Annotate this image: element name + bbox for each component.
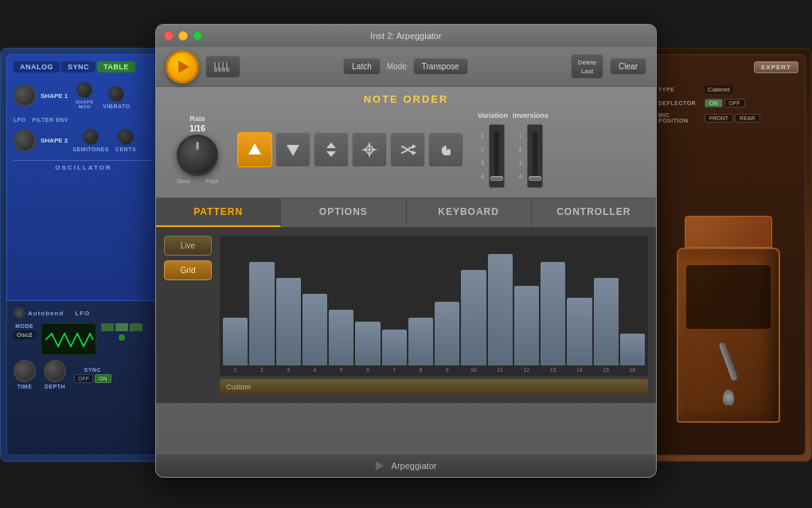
bar-col-4[interactable]: 4 xyxy=(303,294,327,373)
lfo-pat2[interactable] xyxy=(115,323,128,331)
rate-value: 1/16 xyxy=(189,124,205,133)
svg-rect-6 xyxy=(224,62,225,68)
bar-col-7[interactable]: 7 xyxy=(382,330,407,373)
bar-num-15: 15 xyxy=(603,367,609,373)
rate-knob[interactable] xyxy=(177,135,218,176)
bar-col-5[interactable]: 5 xyxy=(329,310,353,373)
variation-slider[interactable] xyxy=(489,124,505,188)
sync-group: SYNC OFF ON xyxy=(74,367,111,383)
dir-up-button[interactable] xyxy=(237,132,272,167)
bars-container: 12345678910111213141516 xyxy=(220,236,648,376)
delete-last-button[interactable]: Delete Last xyxy=(571,54,603,80)
shape1-label: SHAPE 1 xyxy=(41,92,68,100)
latch-button[interactable]: Latch xyxy=(343,58,380,75)
lfo-pattern-btns xyxy=(101,323,142,331)
microphone-stand xyxy=(719,342,739,381)
cents-group: CENTS xyxy=(115,129,136,152)
shape-modulation-knob[interactable] xyxy=(76,82,92,98)
grid-button[interactable]: Grid xyxy=(164,260,212,280)
bar-col-9[interactable]: 9 xyxy=(435,302,459,373)
tab-options[interactable]: OPTIONS xyxy=(281,198,406,227)
tab-analog[interactable]: ANALOG xyxy=(14,61,60,72)
microphone-head xyxy=(723,389,734,405)
svg-marker-16 xyxy=(412,150,416,155)
bar-col-6[interactable]: 6 xyxy=(355,322,380,373)
cents-knob[interactable] xyxy=(118,129,134,145)
bar-11 xyxy=(488,254,513,365)
bar-col-3[interactable]: 3 xyxy=(276,278,301,373)
shape1-knob[interactable] xyxy=(14,84,36,107)
vibrato-label: VIBRATO xyxy=(103,104,130,109)
midi-button[interactable] xyxy=(205,56,240,78)
inversions-slider[interactable] xyxy=(527,124,543,188)
bottom-title: Arpeggiator xyxy=(392,461,437,471)
inversions-ticks: 4 3 2 1 xyxy=(518,132,523,180)
time-depth-group: TIME DEPTH SYNC OFF ON xyxy=(14,360,154,389)
bottom-play-icon[interactable] xyxy=(376,461,384,471)
bar-col-16[interactable]: 16 xyxy=(620,334,645,373)
pattern-left-controls: Live Grid xyxy=(164,236,212,395)
bar-num-11: 11 xyxy=(497,367,503,373)
bar-col-11[interactable]: 11 xyxy=(488,254,513,373)
play-button[interactable] xyxy=(166,50,199,84)
shape2-section: SHAPE 2 SEMITONES CENTS xyxy=(14,126,154,155)
tab-sync[interactable]: SYNC xyxy=(61,61,96,72)
bar-col-1[interactable]: 1 xyxy=(223,318,248,373)
svg-rect-17 xyxy=(442,147,443,154)
close-button[interactable] xyxy=(164,31,174,41)
semitones-knob[interactable] xyxy=(83,129,99,145)
minimize-button[interactable] xyxy=(178,31,188,41)
rate-label: Rate xyxy=(189,115,205,123)
time-knob[interactable] xyxy=(14,360,36,382)
shape2-knob[interactable] xyxy=(14,130,36,152)
sync-off-btn[interactable]: OFF xyxy=(74,374,93,383)
dir-down-button[interactable] xyxy=(275,132,310,167)
dir-random-button[interactable] xyxy=(390,132,425,167)
deflector-on-btn[interactable]: ON xyxy=(705,99,723,107)
var-tick-1: 1 xyxy=(481,132,484,139)
bar-col-14[interactable]: 14 xyxy=(567,298,591,373)
sync-toggle: OFF ON xyxy=(74,374,111,383)
bar-col-8[interactable]: 8 xyxy=(408,318,433,373)
lfo-pat3[interactable] xyxy=(130,323,142,331)
bar-col-12[interactable]: 12 xyxy=(514,286,539,373)
type-value: Cabinet xyxy=(705,85,733,94)
bar-col-2[interactable]: 2 xyxy=(249,262,274,373)
bar-5 xyxy=(329,310,353,365)
lfo-pat1[interactable] xyxy=(101,323,114,331)
semitones-cents-group: SEMITONES CENTS xyxy=(72,129,136,152)
note-order-controls: Rate 1/16 Slow Fast xyxy=(166,111,646,188)
bottom-bar: Arpeggiator xyxy=(156,455,656,477)
tab-controller[interactable]: CONTROLLER xyxy=(532,198,656,227)
sync-on-btn[interactable]: ON xyxy=(95,374,111,383)
tab-keyboard[interactable]: KEYBOARD xyxy=(407,198,532,227)
deflector-off-btn[interactable]: OFF xyxy=(724,99,745,107)
vibrato-knob[interactable] xyxy=(108,86,124,102)
zoom-button[interactable] xyxy=(193,31,202,41)
bar-col-15[interactable]: 15 xyxy=(594,278,619,373)
semitones-label: SEMITONES xyxy=(72,147,109,152)
clear-button[interactable]: Clear xyxy=(610,58,646,75)
left-synthesizer-panel: ANALOG SYNC TABLE SHAPE 1 SHAPE MOD VIBR… xyxy=(6,54,161,455)
dir-center-button[interactable] xyxy=(352,132,387,167)
shape-modulation-group: SHAPE MOD xyxy=(72,82,96,109)
bar-col-13[interactable]: 13 xyxy=(541,262,565,373)
mic-front-btn[interactable]: FRONT xyxy=(705,114,733,123)
tab-table[interactable]: TABLE xyxy=(97,61,135,72)
tab-pattern[interactable]: PATTERN xyxy=(156,198,281,227)
dir-updown-button[interactable] xyxy=(314,132,349,167)
depth-knob[interactable] xyxy=(44,360,66,382)
autobend-knob[interactable] xyxy=(14,307,25,318)
dir-manual-button[interactable] xyxy=(428,132,463,167)
oscillator-section-label: OSCILLATOR xyxy=(14,160,154,171)
expert-button[interactable]: EXPERT xyxy=(754,61,798,73)
delete-label: Delete Last xyxy=(578,59,596,75)
lfo-waveform-display xyxy=(41,323,96,355)
live-button[interactable]: Live xyxy=(164,236,212,256)
custom-label: Custom xyxy=(226,383,251,391)
cabinet-mic-assembly xyxy=(723,394,734,405)
mic-rear-btn[interactable]: REAR xyxy=(735,114,759,123)
bar-col-10[interactable]: 10 xyxy=(461,270,486,373)
variation-slider-container: Variation 4 3 2 1 xyxy=(478,111,508,188)
custom-row[interactable]: Custom xyxy=(220,379,648,395)
